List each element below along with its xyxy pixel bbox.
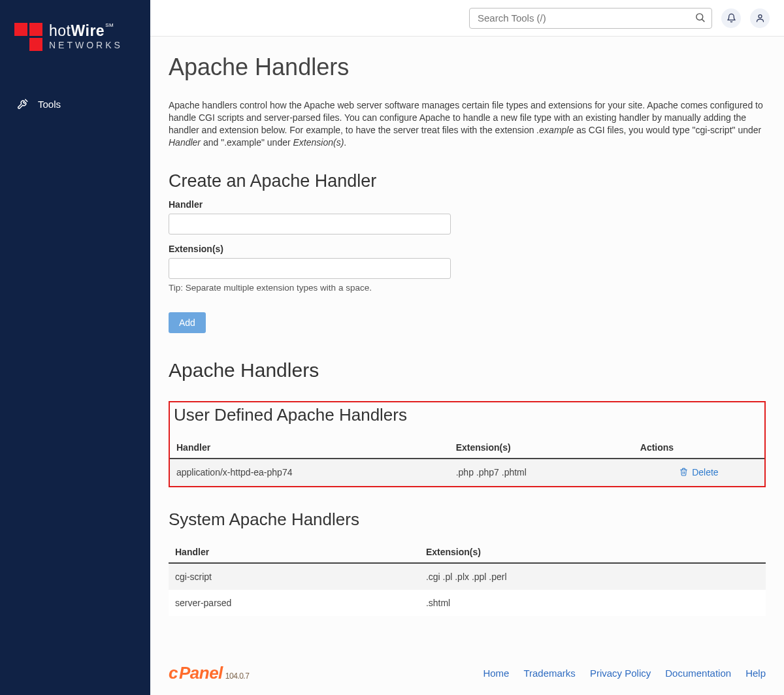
col-ext: Extension(s): [449, 437, 634, 459]
user-menu-button[interactable]: [750, 8, 770, 28]
col-actions: Actions: [634, 437, 764, 459]
footer-link-docs[interactable]: Documentation: [665, 668, 731, 679]
create-heading: Create an Apache Handler: [169, 171, 766, 191]
footer-link-privacy[interactable]: Privacy Policy: [590, 668, 651, 679]
list-heading: Apache Handlers: [169, 359, 766, 381]
user-icon: [755, 13, 765, 23]
cell-handler: application/x-httpd-ea-php74: [170, 459, 449, 487]
intro-mid: as CGI files, you would type "cgi-script…: [574, 125, 761, 135]
intro-em3: Extension(s): [293, 137, 344, 148]
footer-link-home[interactable]: Home: [483, 668, 509, 679]
search-wrap: [469, 8, 712, 29]
handler-label: Handler: [169, 199, 766, 210]
col-handler: Handler: [170, 437, 449, 459]
extensions-tip: Tip: Separate multiple extension types w…: [169, 283, 766, 293]
intro-em1: .example: [536, 125, 574, 135]
user-handlers-table: Handler Extension(s) Actions application…: [170, 437, 764, 487]
add-button[interactable]: Add: [169, 312, 206, 333]
user-handlers-box: User Defined Apache Handlers Handler Ext…: [169, 401, 766, 488]
handler-input[interactable]: [169, 214, 451, 234]
brand-sm: SM: [105, 23, 114, 29]
col-ext: Extension(s): [419, 541, 766, 563]
intro-mid2: and ".example" under: [201, 137, 293, 148]
table-row: server-parsed .shtml: [169, 590, 766, 616]
brand-logo: hotWireSM NETWORKS: [0, 16, 150, 71]
cell-ext: .cgi .pl .plx .ppl .perl: [419, 563, 766, 590]
intro-text: Apache handlers control how the Apache w…: [169, 99, 766, 149]
cell-handler: cgi-script: [169, 563, 419, 590]
brand-name-prefix: hot: [49, 22, 71, 39]
system-handlers-heading: System Apache Handlers: [169, 509, 766, 530]
intro-em2: Handler: [169, 137, 201, 148]
system-handlers-table: Handler Extension(s) cgi-script .cgi .pl…: [169, 541, 766, 616]
col-handler: Handler: [169, 541, 419, 563]
cell-ext: .shtml: [419, 590, 766, 616]
page-title: Apache Handlers: [169, 54, 766, 81]
user-handlers-heading: User Defined Apache Handlers: [170, 402, 764, 437]
brand-name-bold: Wire: [71, 22, 105, 39]
sidebar: hotWireSM NETWORKS Tools: [0, 0, 150, 695]
notifications-button[interactable]: [721, 8, 741, 28]
sidebar-item-tools[interactable]: Tools: [0, 90, 150, 118]
extensions-input[interactable]: [169, 258, 451, 279]
topbar: [150, 0, 784, 37]
delete-button[interactable]: Delete: [679, 467, 718, 477]
cell-handler: server-parsed: [169, 590, 419, 616]
intro-end: .: [344, 137, 346, 148]
cell-ext: .php .php7 .phtml: [449, 459, 634, 487]
footer-links: Home Trademarks Privacy Policy Documenta…: [483, 668, 766, 679]
system-handlers-section: System Apache Handlers Handler Extension…: [169, 509, 766, 616]
logo-mark: [14, 23, 42, 51]
bell-icon: [727, 13, 736, 23]
svg-point-2: [759, 15, 762, 18]
trash-icon: [679, 468, 688, 476]
cpanel-logo: cPanel 104.0.7: [169, 663, 249, 683]
svg-line-1: [702, 19, 704, 21]
delete-label: Delete: [692, 467, 718, 477]
footer-link-trademarks[interactable]: Trademarks: [523, 668, 575, 679]
cpanel-rest: Panel: [179, 663, 223, 683]
extensions-label: Extension(s): [169, 244, 766, 254]
cpanel-version: 104.0.7: [225, 671, 250, 681]
sidebar-item-label: Tools: [38, 99, 61, 110]
table-row: cgi-script .cgi .pl .plx .ppl .perl: [169, 563, 766, 590]
tools-icon: [17, 98, 29, 110]
cpanel-c: c: [169, 663, 178, 683]
table-row: application/x-httpd-ea-php74 .php .php7 …: [170, 459, 764, 487]
search-icon[interactable]: [694, 12, 706, 25]
footer: cPanel 104.0.7 Home Trademarks Privacy P…: [150, 651, 784, 695]
search-input[interactable]: [469, 8, 712, 29]
brand-sub: NETWORKS: [49, 40, 123, 50]
footer-link-help[interactable]: Help: [745, 668, 766, 679]
